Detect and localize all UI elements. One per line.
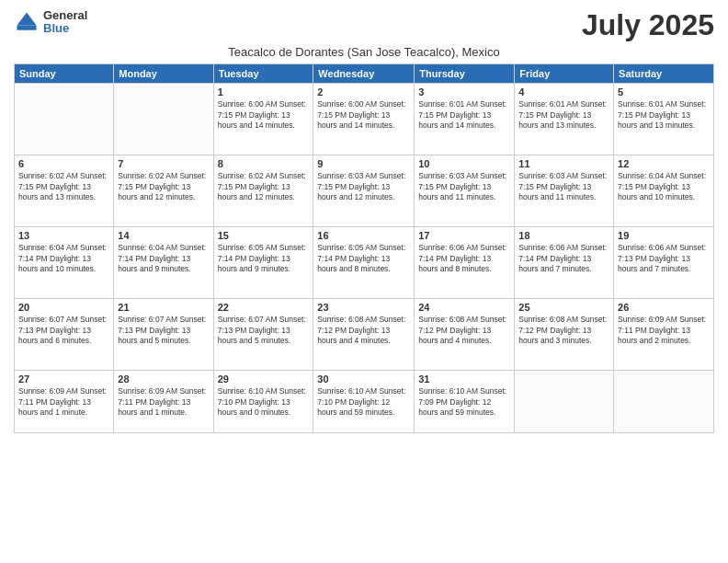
day-number: 10 — [418, 158, 510, 169]
day-number: 15 — [218, 230, 310, 241]
table-row: 6Sunrise: 6:02 AM Sunset: 7:15 PM Daylig… — [15, 155, 114, 227]
table-row: 9Sunrise: 6:03 AM Sunset: 7:15 PM Daylig… — [313, 155, 415, 227]
day-info: Sunrise: 6:01 AM Sunset: 7:15 PM Dayligh… — [518, 99, 609, 131]
logo-text: General Blue — [43, 9, 87, 36]
col-friday: Friday — [515, 64, 614, 84]
table-row: 16Sunrise: 6:05 AM Sunset: 7:14 PM Dayli… — [313, 227, 415, 299]
table-row: 10Sunrise: 6:03 AM Sunset: 7:15 PM Dayli… — [415, 155, 515, 227]
table-row: 1Sunrise: 6:00 AM Sunset: 7:15 PM Daylig… — [213, 84, 313, 155]
day-info: Sunrise: 6:00 AM Sunset: 7:15 PM Dayligh… — [317, 99, 410, 131]
table-row: 2Sunrise: 6:00 AM Sunset: 7:15 PM Daylig… — [313, 84, 415, 155]
svg-rect-1 — [17, 26, 37, 30]
day-number: 25 — [518, 302, 609, 313]
title-section: July 2025 — [582, 9, 714, 41]
day-info: Sunrise: 6:03 AM Sunset: 7:15 PM Dayligh… — [518, 171, 609, 202]
day-number: 22 — [218, 302, 310, 313]
table-row: 20Sunrise: 6:07 AM Sunset: 7:13 PM Dayli… — [15, 299, 114, 371]
table-row — [515, 371, 614, 433]
day-info: Sunrise: 6:04 AM Sunset: 7:15 PM Dayligh… — [618, 171, 710, 202]
header: General Blue July 2025 — [14, 9, 714, 41]
table-row — [614, 371, 714, 433]
table-row: 12Sunrise: 6:04 AM Sunset: 7:15 PM Dayli… — [614, 155, 714, 227]
day-number: 1 — [218, 86, 310, 98]
day-number: 14 — [118, 230, 209, 241]
day-info: Sunrise: 6:10 AM Sunset: 7:09 PM Dayligh… — [418, 386, 510, 418]
table-row: 17Sunrise: 6:06 AM Sunset: 7:14 PM Dayli… — [415, 227, 515, 299]
table-row: 29Sunrise: 6:10 AM Sunset: 7:10 PM Dayli… — [213, 371, 313, 433]
page: General Blue July 2025 Teacalco de Doran… — [0, 0, 728, 563]
table-row: 13Sunrise: 6:04 AM Sunset: 7:14 PM Dayli… — [15, 227, 114, 299]
day-info: Sunrise: 6:02 AM Sunset: 7:15 PM Dayligh… — [118, 171, 209, 202]
table-row — [15, 84, 114, 155]
day-number: 18 — [518, 230, 609, 241]
day-info: Sunrise: 6:04 AM Sunset: 7:14 PM Dayligh… — [18, 243, 109, 274]
day-number: 23 — [317, 302, 410, 313]
table-row: 25Sunrise: 6:08 AM Sunset: 7:12 PM Dayli… — [515, 299, 614, 371]
logo-general: General — [43, 9, 87, 22]
week-row-4: 20Sunrise: 6:07 AM Sunset: 7:13 PM Dayli… — [15, 299, 714, 371]
day-number: 31 — [418, 373, 510, 385]
day-number: 4 — [518, 86, 609, 98]
table-row: 21Sunrise: 6:07 AM Sunset: 7:13 PM Dayli… — [114, 299, 213, 371]
table-row: 28Sunrise: 6:09 AM Sunset: 7:11 PM Dayli… — [114, 371, 213, 433]
day-number: 24 — [418, 302, 510, 313]
day-info: Sunrise: 6:09 AM Sunset: 7:11 PM Dayligh… — [118, 386, 209, 418]
day-number: 19 — [618, 230, 710, 241]
svg-marker-0 — [17, 13, 37, 26]
day-info: Sunrise: 6:10 AM Sunset: 7:10 PM Dayligh… — [218, 386, 310, 418]
day-info: Sunrise: 6:03 AM Sunset: 7:15 PM Dayligh… — [418, 171, 510, 202]
table-row: 19Sunrise: 6:06 AM Sunset: 7:13 PM Dayli… — [614, 227, 714, 299]
table-row: 3Sunrise: 6:01 AM Sunset: 7:15 PM Daylig… — [415, 84, 515, 155]
subtitle: Teacalco de Dorantes (San Jose Teacalco)… — [14, 45, 714, 59]
day-number: 17 — [418, 230, 510, 241]
logo: General Blue — [14, 9, 87, 36]
col-sunday: Sunday — [15, 64, 114, 84]
logo-icon — [14, 9, 40, 35]
table-row — [114, 84, 213, 155]
table-row: 18Sunrise: 6:06 AM Sunset: 7:14 PM Dayli… — [515, 227, 614, 299]
day-info: Sunrise: 6:08 AM Sunset: 7:12 PM Dayligh… — [518, 315, 609, 346]
day-number: 6 — [18, 158, 109, 169]
day-info: Sunrise: 6:08 AM Sunset: 7:12 PM Dayligh… — [418, 315, 510, 346]
col-monday: Monday — [114, 64, 213, 84]
day-info: Sunrise: 6:09 AM Sunset: 7:11 PM Dayligh… — [618, 315, 710, 346]
day-number: 11 — [518, 158, 609, 169]
day-info: Sunrise: 6:10 AM Sunset: 7:10 PM Dayligh… — [317, 386, 410, 418]
day-number: 9 — [317, 158, 410, 169]
table-row: 26Sunrise: 6:09 AM Sunset: 7:11 PM Dayli… — [614, 299, 714, 371]
day-number: 8 — [218, 158, 310, 169]
day-number: 30 — [317, 373, 410, 385]
table-row: 30Sunrise: 6:10 AM Sunset: 7:10 PM Dayli… — [313, 371, 415, 433]
day-number: 5 — [618, 86, 710, 98]
table-row: 23Sunrise: 6:08 AM Sunset: 7:12 PM Dayli… — [313, 299, 415, 371]
day-info: Sunrise: 6:05 AM Sunset: 7:14 PM Dayligh… — [218, 243, 310, 274]
logo-blue: Blue — [43, 22, 87, 35]
table-row: 14Sunrise: 6:04 AM Sunset: 7:14 PM Dayli… — [114, 227, 213, 299]
col-tuesday: Tuesday — [213, 64, 313, 84]
day-info: Sunrise: 6:08 AM Sunset: 7:12 PM Dayligh… — [317, 315, 410, 346]
day-info: Sunrise: 6:02 AM Sunset: 7:15 PM Dayligh… — [218, 171, 310, 202]
day-number: 12 — [618, 158, 710, 169]
month-title: July 2025 — [582, 9, 714, 41]
day-info: Sunrise: 6:09 AM Sunset: 7:11 PM Dayligh… — [18, 386, 109, 418]
table-row: 27Sunrise: 6:09 AM Sunset: 7:11 PM Dayli… — [15, 371, 114, 433]
day-info: Sunrise: 6:06 AM Sunset: 7:14 PM Dayligh… — [518, 243, 609, 274]
day-number: 28 — [118, 373, 209, 385]
week-row-5: 27Sunrise: 6:09 AM Sunset: 7:11 PM Dayli… — [15, 371, 714, 433]
week-row-1: 1Sunrise: 6:00 AM Sunset: 7:15 PM Daylig… — [15, 84, 714, 155]
day-info: Sunrise: 6:01 AM Sunset: 7:15 PM Dayligh… — [618, 99, 710, 131]
table-row: 11Sunrise: 6:03 AM Sunset: 7:15 PM Dayli… — [515, 155, 614, 227]
col-saturday: Saturday — [614, 64, 714, 84]
day-info: Sunrise: 6:03 AM Sunset: 7:15 PM Dayligh… — [317, 171, 410, 202]
day-number: 21 — [118, 302, 209, 313]
day-info: Sunrise: 6:06 AM Sunset: 7:13 PM Dayligh… — [618, 243, 710, 274]
col-wednesday: Wednesday — [313, 64, 415, 84]
week-row-2: 6Sunrise: 6:02 AM Sunset: 7:15 PM Daylig… — [15, 155, 714, 227]
table-row: 8Sunrise: 6:02 AM Sunset: 7:15 PM Daylig… — [213, 155, 313, 227]
day-number: 13 — [18, 230, 109, 241]
day-number: 26 — [618, 302, 710, 313]
day-info: Sunrise: 6:04 AM Sunset: 7:14 PM Dayligh… — [118, 243, 209, 274]
col-thursday: Thursday — [415, 64, 515, 84]
day-number: 16 — [317, 230, 410, 241]
table-row: 22Sunrise: 6:07 AM Sunset: 7:13 PM Dayli… — [213, 299, 313, 371]
